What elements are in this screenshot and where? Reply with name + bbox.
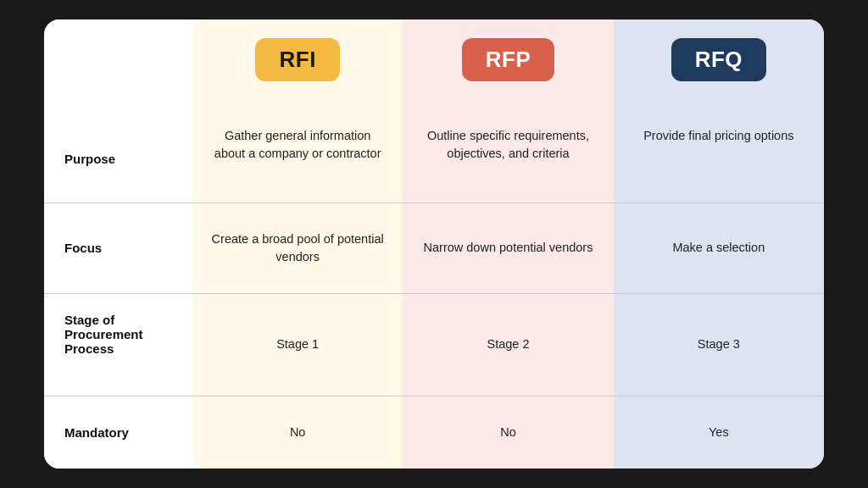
cell-stage-rfi: Stage 1 bbox=[192, 293, 403, 395]
cell-stage-rfp: Stage 2 bbox=[403, 293, 613, 395]
column-header-rfq: RFQ bbox=[614, 19, 824, 115]
cell-purpose-rfp: Outline specific requirements, objective… bbox=[403, 115, 613, 202]
cell-focus-rfq: Make a selection bbox=[614, 202, 824, 293]
cell-focus-rfp: Narrow down potential vendors bbox=[403, 202, 613, 293]
header-empty-cell bbox=[44, 19, 192, 115]
column-header-rfp: RFP bbox=[403, 19, 613, 115]
row-label-stage: Stage of Procurement Process bbox=[44, 293, 192, 395]
cell-purpose-rfq: Provide final pricing options bbox=[614, 115, 824, 202]
comparison-card: RFI RFP RFQ Purpose Gather general infor… bbox=[44, 19, 824, 469]
rfp-badge: RFP bbox=[462, 38, 555, 81]
row-label-mandatory: Mandatory bbox=[44, 396, 192, 469]
comparison-table: RFI RFP RFQ Purpose Gather general infor… bbox=[44, 19, 824, 469]
row-label-purpose: Purpose bbox=[44, 115, 192, 202]
cell-mandatory-rfp: No bbox=[403, 396, 613, 469]
cell-mandatory-rfq: Yes bbox=[614, 396, 824, 469]
cell-mandatory-rfi: No bbox=[192, 396, 403, 469]
column-header-rfi: RFI bbox=[192, 19, 403, 115]
rfq-badge: RFQ bbox=[671, 38, 766, 81]
cell-focus-rfi: Create a broad pool of potential vendors bbox=[192, 202, 403, 293]
row-label-focus: Focus bbox=[44, 202, 192, 293]
cell-purpose-rfi: Gather general information about a compa… bbox=[192, 115, 403, 202]
rfi-badge: RFI bbox=[255, 38, 339, 81]
cell-stage-rfq: Stage 3 bbox=[614, 293, 824, 395]
